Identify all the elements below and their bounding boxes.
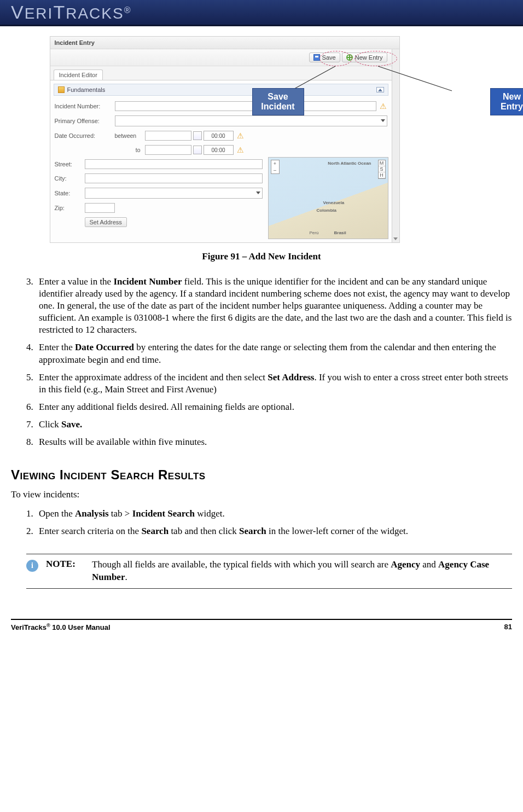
warning-icon	[237, 146, 245, 154]
page-footer: VeriTracks® 10.0 User Manual 81	[11, 619, 512, 641]
instruction-list-b: Open the Analysis tab > Incident Search …	[11, 508, 512, 537]
map-type-controls[interactable]: MSH	[378, 160, 386, 179]
primary-offense-select[interactable]	[115, 115, 387, 126]
new-entry-highlight-bubble	[355, 51, 397, 66]
note-text: Though all fields are available, the typ…	[92, 559, 512, 584]
save-highlight-bubble	[319, 51, 352, 66]
tab-incident-editor[interactable]: Incident Editor	[54, 69, 103, 80]
map-zoom-controls[interactable]: +–	[271, 160, 280, 174]
state-select[interactable]	[85, 188, 263, 199]
fundamentals-icon	[58, 86, 65, 93]
callout-new-entry: New Entry	[490, 88, 524, 115]
incident-entry-screenshot: Incident Entry Save New Entry	[50, 36, 474, 243]
list-item: Enter any additional fields desired. All…	[36, 401, 512, 413]
date-to-input[interactable]	[145, 145, 191, 155]
set-address-button[interactable]: Set Address	[85, 217, 127, 227]
street-input[interactable]	[85, 159, 263, 169]
list-item: Enter the approximate address of the inc…	[36, 372, 512, 396]
label-date-occurred: Date Occurred:	[55, 132, 115, 139]
list-item: Click Save.	[36, 419, 512, 431]
label-primary-offense: Primary Offense:	[55, 118, 115, 124]
date-from-input[interactable]	[145, 131, 191, 141]
list-item: Enter search criteria on the Search tab …	[36, 525, 512, 537]
save-icon	[313, 54, 320, 61]
time-from-input[interactable]: 00:00	[204, 131, 234, 141]
callout-save-incident: Save Incident	[252, 88, 304, 115]
list-item: Open the Analysis tab > Incident Search …	[36, 508, 512, 520]
incident-number-input[interactable]	[115, 101, 376, 111]
warning-icon	[380, 102, 387, 110]
calendar-icon[interactable]	[193, 131, 202, 140]
mini-map[interactable]: +– MSH North Atlantic Ocean Venezuela Co…	[268, 157, 388, 239]
section-heading: Viewing Incident Search Results	[11, 467, 512, 483]
calendar-icon[interactable]	[193, 146, 202, 154]
collapse-icon[interactable]	[376, 87, 384, 92]
note-block: i NOTE: Though all fields are available,…	[26, 554, 512, 589]
zip-input[interactable]	[85, 203, 115, 213]
fundamentals-section-header[interactable]: Fundamentals	[54, 84, 388, 96]
footer-title: VeriTracks® 10.0 User Manual	[11, 623, 111, 631]
label-incident-number: Incident Number:	[55, 103, 115, 109]
list-item: Results will be available within five mi…	[36, 436, 512, 448]
section-intro: To view incidents:	[11, 489, 512, 500]
list-item: Enter the Date Occurred by entering the …	[36, 341, 512, 366]
brand-logo: VVERITRACKSERITRACKS®	[11, 2, 131, 23]
info-icon: i	[26, 560, 38, 572]
brand-header: VVERITRACKSERITRACKS®	[0, 0, 523, 26]
time-to-input[interactable]: 00:00	[204, 145, 234, 155]
warning-icon	[237, 132, 245, 140]
scrollbar[interactable]	[392, 49, 399, 242]
list-item: Enter a value in the Incident Number fie…	[36, 276, 512, 336]
window-title: Incident Entry	[50, 37, 399, 49]
city-input[interactable]	[85, 173, 263, 183]
instruction-list-a: Enter a value in the Incident Number fie…	[11, 276, 512, 448]
page-number: 81	[504, 623, 512, 631]
figure-caption: Figure 91 – Add New Incident	[11, 251, 512, 262]
